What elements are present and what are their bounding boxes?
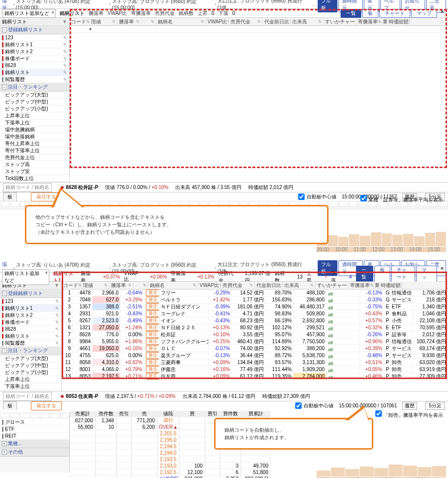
- tab-map[interactable]: マップ: [411, 9, 437, 18]
- col-12[interactable]: 時価総額⇅: [387, 18, 410, 25]
- edit-icon[interactable]: ✎: [55, 299, 59, 304]
- table-row[interactable]: 899845,955.0+1.86%発注ソフトバンクグループ+0.25%460.…: [62, 338, 448, 345]
- sidebar-item[interactable]: ピックアップ(小型): [0, 105, 69, 112]
- col-4[interactable]: 銘柄名⇅: [148, 282, 198, 289]
- sidebar-item[interactable]: ピックアップ(大型): [0, 92, 69, 98]
- edit-icon[interactable]: ✎: [63, 70, 67, 75]
- col-8[interactable]: 出来高⇅: [291, 18, 324, 25]
- sidebar-item[interactable]: 上昇率上位: [0, 376, 61, 383]
- col-1[interactable]: 現値⇅: [90, 18, 117, 25]
- tab-chart[interactable]: チャート: [379, 9, 410, 18]
- sidebar-item[interactable]: ストップ安: [0, 168, 69, 175]
- auto-center-check[interactable]: [298, 193, 305, 200]
- add-list-select[interactable]: 銘柄リスト追加など: [2, 9, 56, 18]
- table-row[interactable]: 78628776.00.00%発注松井証+0.10%3.55 億円95.07%4…: [62, 331, 448, 338]
- empty-add-row[interactable]: +: [70, 26, 448, 33]
- sidebar-item[interactable]: 売買代金上位: [0, 154, 69, 161]
- col-8[interactable]: 出来高⇅: [283, 282, 316, 289]
- tab-board[interactable]: 板: [362, 9, 378, 18]
- sidebar-item[interactable]: 株価ボード✎: [0, 55, 69, 62]
- col-5[interactable]: VWAP比⇅: [198, 282, 221, 289]
- edit-icon[interactable]: ✎: [55, 327, 59, 332]
- sidebar-item[interactable]: 8628✎: [0, 62, 69, 69]
- edit-icon[interactable]: ✎: [63, 56, 67, 61]
- sidebar-group-ranking[interactable]: −注目・ランキング: [0, 83, 69, 92]
- table-row[interactable]: 31357388.0-2.51%発注ＮＦ日経ダブイン-0.39%181.06 億…: [62, 303, 448, 310]
- sidebar-item[interactable]: 株価ボード✎: [0, 319, 61, 326]
- table-row[interactable]: 9466119,050.0+0.16%発注ＯＬＣ-0.07%74.00 億円92…: [62, 345, 448, 352]
- table-row[interactable]: 1280014,065.0+0.79%発注伊藤忠+0.16%77.49 億円11…: [62, 366, 448, 373]
- order-button[interactable]: 発注: [146, 310, 159, 317]
- col-7[interactable]: 代金前日比⇅: [255, 282, 283, 289]
- sidebar-item[interactable]: ピックアップ(中型): [0, 362, 61, 369]
- edit-icon[interactable]: ✎: [63, 49, 67, 54]
- edit-icon[interactable]: ✎: [63, 42, 67, 47]
- order-button[interactable]: 発注: [146, 289, 159, 296]
- edit-icon[interactable]: ✎: [63, 35, 67, 40]
- sidebar-item[interactable]: 銘柄リスト2✎: [0, 312, 61, 319]
- order-button[interactable]: 発注: [146, 352, 159, 359]
- sidebar-item[interactable]: 寄付上昇率上位: [0, 140, 69, 147]
- order-button[interactable]: 発注: [146, 317, 159, 324]
- order-button[interactable]: 発注: [146, 345, 159, 352]
- edit-icon[interactable]: ✎: [63, 63, 67, 68]
- sidebar-item[interactable]: 銘柄リスト2✎: [0, 48, 69, 55]
- sidebar-item[interactable]: Tick回数上位: [0, 175, 69, 182]
- col-7[interactable]: 代金前日比⇅: [263, 18, 291, 25]
- table-row[interactable]: 1180584,310.0+0.82%発注三菱商事+0.09%134.84 億円…: [62, 359, 448, 366]
- table-row[interactable]: 27048627.0+3.29%発注ベルトラ+1.42%1.77 億円156.8…: [62, 296, 448, 303]
- col-2[interactable]: 騰落率⇅: [117, 18, 141, 25]
- legend-check[interactable]: [360, 195, 367, 201]
- col-9[interactable]: すいかチャート⇅: [316, 282, 348, 289]
- edit-icon[interactable]: ✎: [55, 341, 59, 346]
- sidebar-item[interactable]: 閲覧履歴✎: [0, 76, 69, 83]
- order-button[interactable]: 発注: [146, 303, 159, 310]
- filter-icon[interactable]: ▼: [62, 19, 67, 24]
- sidebar-item[interactable]: 銘柄リスト1✎: [0, 305, 61, 312]
- edit-icon[interactable]: ✎: [55, 320, 59, 325]
- sidebar-item[interactable]: 場中急落銘柄: [0, 133, 69, 140]
- order-button[interactable]: 発注: [146, 324, 159, 331]
- sidebar-item[interactable]: 閲覧履歴✎: [0, 340, 61, 347]
- sidebar-item[interactable]: 上昇率上位: [0, 112, 69, 119]
- col-5[interactable]: VWAP比⇅: [206, 18, 229, 25]
- sidebar-item[interactable]: 123✎: [0, 298, 61, 305]
- col-3[interactable]: ⇅: [141, 18, 156, 25]
- full-board-button[interactable]: フル板: [318, 0, 337, 12]
- edit-icon[interactable]: ✎: [55, 306, 59, 311]
- col-3[interactable]: ⇅: [133, 282, 148, 289]
- sidebar-group-registered[interactable]: −登録銘柄リスト: [0, 26, 69, 34]
- table-row[interactable]: 6132127,050.0+1.24%発注ＮＦ日経２２５+0.13%80.92 …: [62, 324, 448, 331]
- sidebar-item[interactable]: 下落率上位: [0, 119, 69, 126]
- col-2[interactable]: 騰落率⇅: [110, 282, 133, 289]
- col-0[interactable]: コード⇅: [62, 282, 82, 289]
- table-row[interactable]: 582672,523.0-0.49%発注イオン-0.43%68.23 億円66.…: [62, 317, 448, 324]
- col-11[interactable]: 業種⇅: [373, 282, 379, 289]
- add-list-select[interactable]: 銘柄リスト追加など: [2, 269, 49, 285]
- sidebar-item[interactable]: 寄付下落率上位: [0, 147, 69, 154]
- table-row[interactable]: 1380532,197.5+0.71%発注住友商+0.09%61.12 億円11…: [62, 373, 448, 380]
- tab-board[interactable]: 板: [3, 192, 17, 201]
- tab-list[interactable]: 一覧: [340, 9, 361, 18]
- edit-icon[interactable]: ✎: [55, 334, 59, 339]
- col-1[interactable]: 現値⇅: [82, 282, 110, 289]
- col-10[interactable]: 寄騰落率⇅: [356, 18, 381, 25]
- edit-icon[interactable]: ✎: [55, 313, 59, 318]
- order-button[interactable]: 発注: [146, 338, 159, 345]
- order-button[interactable]: 発注: [146, 359, 159, 366]
- order-button[interactable]: 発注: [146, 373, 159, 380]
- table-row[interactable]: 42931921.0-0.43%発注ユーグレナ-0.41%4.71 億円98.8…: [62, 310, 448, 317]
- col-9[interactable]: すいかチャート⇅: [324, 18, 356, 25]
- col-4[interactable]: 銘柄名⇅: [156, 18, 206, 25]
- col-12[interactable]: 時価総額⇅: [379, 282, 402, 289]
- order-button[interactable]: 発注: [146, 366, 159, 373]
- sidebar-item[interactable]: 場中急騰銘柄: [0, 126, 69, 133]
- col-0[interactable]: コード⇅: [70, 18, 90, 25]
- sidebar-item[interactable]: 銘柄リスト1✎: [0, 41, 69, 48]
- sidebar-item[interactable]: 123✎: [0, 34, 69, 41]
- order-button[interactable]: 発注: [146, 296, 159, 303]
- col-6[interactable]: 売買代金⇅: [229, 18, 263, 25]
- sidebar-item[interactable]: 場中急騰銘柄: [0, 390, 61, 391]
- sidebar-item[interactable]: 銘柄リスト✎: [0, 69, 69, 76]
- sidebar-item[interactable]: 銘柄リスト✎: [0, 333, 61, 340]
